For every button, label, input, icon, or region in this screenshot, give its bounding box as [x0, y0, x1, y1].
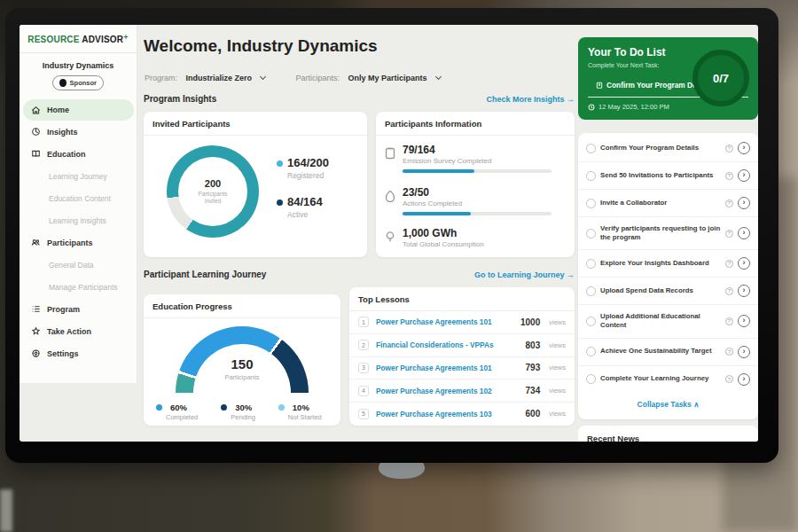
- task-checkbox[interactable]: [586, 144, 596, 153]
- sidebar: RESOURCE ADVISOR+ Industry Dynamics Spon…: [20, 25, 137, 383]
- info-icon[interactable]: ?: [725, 348, 733, 356]
- legend-not-started: 10% Not Started: [278, 403, 322, 421]
- task-row-invite-collaborator[interactable]: Invite a Collaborator ? ›: [578, 190, 758, 217]
- lesson-row[interactable]: 1 Power Purchase Agreements 101 1000 vie…: [349, 311, 575, 334]
- task-row-confirm-program[interactable]: Confirm Your Program Details ? ›: [578, 135, 758, 162]
- home-icon: [31, 106, 41, 115]
- stat-label: Actions Completed: [403, 200, 552, 207]
- task-row-send-invitations[interactable]: Send 50 Invitations to Participants ? ›: [578, 162, 758, 190]
- sidebar-item-take-action[interactable]: Take Action: [20, 320, 137, 342]
- task-row-verify-participants[interactable]: Verify participants requesting to join t…: [578, 217, 758, 250]
- sidebar-item-education[interactable]: Education: [20, 143, 137, 165]
- chevron-right-button[interactable]: ›: [738, 227, 750, 239]
- lesson-rank: 1: [358, 317, 369, 327]
- stat-global-consumption: 1,000 GWh Total Global Consumption: [385, 227, 566, 248]
- sidebar-item-education-content[interactable]: Education Content: [20, 187, 137, 209]
- program-filter-value[interactable]: Industrialize Zero: [185, 74, 252, 82]
- task-checkbox[interactable]: [586, 317, 596, 326]
- sidebar-item-settings[interactable]: Settings: [20, 342, 137, 364]
- participants-filter-value[interactable]: Only My Participants: [348, 74, 426, 82]
- card-title: Invited Participants: [144, 112, 367, 136]
- collapse-tasks-link[interactable]: Collapse Tasks ∧: [578, 393, 758, 414]
- sidebar-item-learning-insights[interactable]: Learning Insights: [20, 209, 137, 231]
- info-icon[interactable]: ?: [725, 172, 733, 180]
- task-checkbox[interactable]: [586, 259, 596, 269]
- sponsor-badge[interactable]: Sponsor: [52, 75, 104, 90]
- sidebar-item-insights[interactable]: Insights: [20, 121, 137, 143]
- program-filter[interactable]: Program: Industrialize Zero: [145, 68, 265, 84]
- sidebar-item-manage-participants[interactable]: Manage Participants: [20, 276, 137, 298]
- sidebar-item-home[interactable]: Home: [23, 99, 134, 121]
- program-icon: [31, 304, 41, 314]
- info-icon[interactable]: ?: [725, 200, 733, 207]
- task-row-upload-educational-content[interactable]: Upload Additional Educational Content ? …: [578, 305, 758, 338]
- info-icon[interactable]: ?: [725, 317, 733, 325]
- task-row-upload-spend-data[interactable]: Upload Spend Data Records ? ›: [578, 278, 758, 305]
- sidebar-item-program[interactable]: Program: [20, 298, 137, 320]
- info-icon[interactable]: ?: [725, 230, 733, 238]
- task-label: Confirm Your Program Details: [600, 144, 721, 153]
- chevron-down-icon: [435, 74, 442, 80]
- todo-task-list-card: Confirm Your Program Details ? › Send 50…: [578, 133, 758, 419]
- chevron-right-button[interactable]: ›: [738, 169, 750, 182]
- legend-dot-not-started: [278, 404, 285, 411]
- sidebar-item-label: Learning Insights: [49, 216, 106, 225]
- task-checkbox[interactable]: [586, 347, 596, 356]
- info-icon[interactable]: ?: [725, 145, 733, 153]
- task-checkbox[interactable]: [586, 199, 596, 208]
- info-icon[interactable]: ?: [725, 287, 733, 295]
- chevron-right-button[interactable]: ›: [738, 285, 750, 297]
- chevron-right-button[interactable]: ›: [738, 142, 750, 154]
- info-icon[interactable]: ?: [725, 375, 733, 383]
- sidebar-item-general-data[interactable]: General Data: [20, 254, 137, 276]
- lesson-views: 734: [526, 386, 541, 395]
- sidebar-item-label: Program: [47, 305, 80, 314]
- lesson-title-link[interactable]: Power Purchase Agreements 101: [376, 364, 519, 372]
- sidebar-item-label: Education: [47, 150, 86, 159]
- arrow-right-icon: →: [567, 270, 575, 279]
- chevron-right-button[interactable]: ›: [738, 197, 750, 209]
- chevron-right-button[interactable]: ›: [738, 257, 750, 270]
- lesson-views-suffix: views: [549, 410, 566, 418]
- chevron-right-button[interactable]: ›: [738, 315, 750, 327]
- task-checkbox[interactable]: [586, 374, 596, 384]
- sidebar-item-label: Insights: [47, 128, 78, 137]
- sidebar-item-participants[interactable]: Participants: [20, 231, 137, 254]
- arrow-right-icon: →: [567, 95, 575, 104]
- lesson-title-link[interactable]: Power Purchase Agreements 101: [376, 317, 513, 326]
- task-row-explore-insights[interactable]: Explore Your Insights Dashboard ? ›: [578, 250, 758, 278]
- lesson-title-link[interactable]: Power Purchase Agreements 102: [376, 387, 519, 395]
- info-icon[interactable]: ?: [725, 260, 733, 268]
- go-to-learning-journey-link[interactable]: Go to Learning Journey →: [474, 270, 575, 279]
- lesson-row[interactable]: 2 Financial Considerations - VPPAs 803 v…: [349, 334, 575, 357]
- lesson-views-suffix: views: [549, 364, 566, 372]
- lesson-row[interactable]: 3 Power Purchase Agreements 101 793 view…: [349, 357, 575, 380]
- sidebar-item-learning-journey[interactable]: Learning Journey: [20, 165, 137, 187]
- logo-plus: +: [123, 33, 128, 42]
- lesson-row[interactable]: 4 Power Purchase Agreements 102 734 view…: [349, 379, 575, 403]
- participants-filter[interactable]: Participants: Only My Participants: [295, 68, 440, 84]
- stat-value: 23/50: [403, 186, 552, 199]
- check-more-insights-link[interactable]: Check More Insights →: [486, 95, 575, 104]
- chevron-right-button[interactable]: ›: [738, 346, 750, 358]
- task-checkbox[interactable]: [586, 171, 596, 181]
- education-icon: [31, 149, 41, 159]
- stat-actions-completed: 23/50 Actions Completed: [385, 186, 566, 215]
- task-row-complete-learning-journey[interactable]: Complete Your Learning Journey ? ›: [578, 366, 758, 393]
- sidebar-item-label: Learning Journey: [49, 172, 107, 181]
- lesson-title-link[interactable]: Financial Considerations - VPPAs: [376, 340, 519, 349]
- chevron-right-button[interactable]: ›: [738, 373, 750, 386]
- legend-label: Not Started: [288, 413, 322, 421]
- consumption-icon: [385, 231, 395, 243]
- participants-information-card: Participants Information 79/164 Emission…: [376, 112, 575, 257]
- task-row-achieve-target[interactable]: Achieve One Sustainability Target ? ›: [578, 339, 758, 366]
- task-checkbox[interactable]: [586, 229, 596, 239]
- gauge-center-label: 150 Participants: [176, 356, 309, 381]
- progress-bar: [403, 212, 552, 215]
- task-checkbox[interactable]: [586, 286, 596, 296]
- lesson-row[interactable]: 5 Power Purchase Agreements 103 600 view…: [349, 403, 575, 425]
- legend-dot-registered: [277, 160, 283, 167]
- task-label: Complete Your Learning Journey: [600, 374, 721, 383]
- lesson-title-link[interactable]: Power Purchase Agreements 103: [376, 410, 519, 419]
- education-progress-card: Education Progress 150 Participants 60% …: [144, 294, 340, 426]
